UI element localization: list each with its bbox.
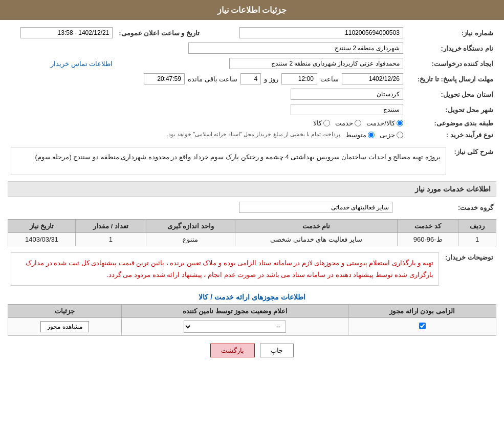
province-input[interactable] <box>291 89 403 100</box>
process-radio-motavasset[interactable]: متوسط <box>345 131 375 139</box>
cell-row: 1 <box>458 233 496 246</box>
service-group-label: گروه خدمت: <box>396 200 496 215</box>
process-note: پرداخت تمام یا بخشی از مبلغ خریداز محل "… <box>167 131 340 138</box>
description-section: شرح کلی نیاز: پروژه تهیه مصالح و احداث س… <box>8 145 496 177</box>
reply-deadline-label: مهلت ارسال پاسخ: تا تاریخ: <box>406 71 496 87</box>
process-radio-jazee[interactable]: جزیی <box>380 131 403 139</box>
col-header-date: تاریخ نیاز <box>8 220 76 233</box>
service-group-input[interactable] <box>239 202 392 213</box>
reply-time-input[interactable] <box>281 73 317 84</box>
description-label: شرح کلی نیاز: <box>449 145 496 177</box>
permit-status-select[interactable]: -- <box>184 321 286 333</box>
permit-status-cell: -- <box>122 317 348 335</box>
cell-unit: متنوع <box>146 233 235 246</box>
requester-contact-link[interactable]: اطلاعات تماس خریدار <box>51 60 113 68</box>
requester-label: ایجاد کننده درخواست: <box>406 56 496 71</box>
table-row: 1 ط-96-960 سایر فعالیت های خدماتی شخصی م… <box>8 233 496 246</box>
category-label: طبقه بندی موضوعی: <box>406 117 496 129</box>
reply-date-input[interactable] <box>342 73 403 84</box>
col-header-code: کد خدمت <box>398 220 458 233</box>
buyer-org-label: نام دستگاه خریدار: <box>406 40 496 56</box>
basic-info-table: شماره نیاز: تاریخ و ساعت اعلان عمومی: نا… <box>8 25 496 141</box>
reply-remaining-input[interactable] <box>144 73 185 84</box>
permit-details-cell: مشاهده مجوز <box>8 317 122 335</box>
print-button[interactable]: چاپ <box>260 344 294 357</box>
page-header: جزئیات اطلاعات نیاز <box>0 0 504 20</box>
permits-table: الزامی بودن ارائه مجوز اعلام وضعیت مجوز … <box>8 304 496 336</box>
col-header-name: نام خدمت <box>235 220 397 233</box>
buyer-org-input[interactable] <box>188 42 403 54</box>
city-label: شهر محل تحویل: <box>406 102 496 117</box>
process-label: نوع فرآیند خرید : <box>406 129 496 141</box>
requester-input[interactable] <box>229 58 403 69</box>
col-header-qty: تعداد / مقدار <box>75 220 146 233</box>
reply-days-input[interactable] <box>240 73 261 84</box>
need-number-label: شماره نیاز: <box>406 25 496 40</box>
permit-mandatory-cell <box>348 317 496 335</box>
services-table: ردیف کد خدمت نام خدمت واحد اندازه گیری ت… <box>8 219 496 246</box>
buyer-notes-label: توضیحات خریدار: <box>442 250 496 288</box>
action-buttons: چاپ بازگشت <box>8 344 496 357</box>
announce-datetime-label: تاریخ و ساعت اعلان عمومی: <box>116 25 219 40</box>
buyer-notes-table: توضیحات خریدار: تهیه و بارگذاری استعلام … <box>8 250 496 288</box>
buyer-notes-text: تهیه و بارگذاری استعلام پیوستی و مجوزهای… <box>11 252 439 286</box>
cell-name: سایر فعالیت های خدماتی شخصی <box>235 233 397 246</box>
city-input[interactable] <box>291 104 403 115</box>
province-label: استان محل تحویل: <box>406 87 496 102</box>
service-group-table: گروه خدمت: <box>8 200 496 215</box>
reply-time-label: ساعت <box>320 75 339 83</box>
category-radio-kala-khedmat[interactable]: کالا/خدمت <box>366 119 403 127</box>
permit-mandatory-checkbox[interactable] <box>419 323 426 329</box>
col-header-row: ردیف <box>458 220 496 233</box>
description-text: پروژه تهیه مصالح و احداث ساختمان سرویس ب… <box>11 147 446 175</box>
permit-col-mandatory: الزامی بودن ارائه مجوز <box>348 304 496 317</box>
need-number-input[interactable] <box>239 27 403 38</box>
category-radio-kala[interactable]: کالا <box>313 119 330 127</box>
reply-days-label: روز و <box>264 75 278 83</box>
cell-code: ط-96-960 <box>398 233 458 246</box>
permit-col-status: اعلام وضعیت مجوز توسط نامین کننده <box>122 304 348 317</box>
cell-qty: 1 <box>75 233 146 246</box>
permits-section-title: اطلاعات مجوزهای ارائه خدمت / کالا <box>8 293 496 301</box>
reply-remaining-label: ساعت باقی مانده <box>188 75 237 83</box>
category-radio-khedmat[interactable]: خدمت <box>335 119 361 127</box>
page-title: جزئیات اطلاعات نیاز <box>217 6 287 14</box>
permit-col-details: جزئیات <box>8 304 122 317</box>
col-header-unit: واحد اندازه گیری <box>146 220 235 233</box>
list-item: -- مشاهده مجوز <box>8 317 496 335</box>
announce-datetime-input[interactable] <box>20 27 113 38</box>
view-permit-button[interactable]: مشاهده مجوز <box>40 321 89 332</box>
services-section-title: اطلاعات خدمات مورد نیاز <box>8 181 496 197</box>
back-button[interactable]: بازگشت <box>210 344 255 357</box>
cell-date: 1403/03/31 <box>8 233 76 246</box>
